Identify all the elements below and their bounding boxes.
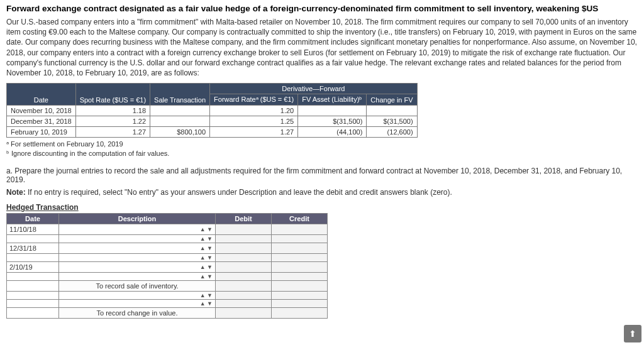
col-journal-debit: Debit bbox=[216, 214, 272, 224]
col-sale: Sale Transaction bbox=[150, 84, 210, 106]
journal-credit-input[interactable] bbox=[272, 300, 328, 308]
select-updown-icon: ▲ ▼ bbox=[200, 227, 213, 232]
journal-date-cell bbox=[7, 281, 59, 292]
journal-table: Date Description Debit Credit 11/10/18▲ … bbox=[6, 213, 328, 319]
section-hedged-transaction: Hedged Transaction bbox=[6, 203, 638, 212]
journal-desc-select[interactable]: ▲ ▼ bbox=[59, 243, 216, 254]
journal-table-body: 11/10/18▲ ▼▲ ▼12/31/18▲ ▼▲ ▼2/10/19▲ ▼▲ … bbox=[7, 224, 328, 319]
journal-date-cell bbox=[7, 308, 59, 319]
journal-date-cell bbox=[7, 300, 59, 308]
journal-desc-select[interactable]: ▲ ▼ bbox=[59, 254, 216, 262]
select-updown-icon: ▲ ▼ bbox=[200, 255, 213, 260]
journal-desc-select[interactable]: ▲ ▼ bbox=[59, 273, 216, 281]
table-row: To record change in value. bbox=[7, 308, 328, 319]
select-updown-icon: ▲ ▼ bbox=[200, 265, 213, 270]
journal-debit-input[interactable] bbox=[216, 235, 272, 243]
journal-date-cell: 12/31/18 bbox=[7, 243, 59, 254]
table-row: ▲ ▼ bbox=[7, 254, 328, 262]
journal-debit-input[interactable] bbox=[216, 292, 272, 300]
table-row: November 10, 20181.181.20 bbox=[7, 106, 418, 116]
col-change-fv: Change in FV bbox=[367, 94, 417, 106]
journal-date-cell: 2/10/19 bbox=[7, 262, 59, 273]
journal-date-cell bbox=[7, 292, 59, 300]
note-text: Note: If no entry is required, select "N… bbox=[6, 188, 638, 197]
question-a: a. Prepare the journal entries to record… bbox=[6, 167, 638, 184]
col-journal-date: Date bbox=[7, 214, 59, 224]
scenario-text: Our U.S.-based company enters into a "fi… bbox=[6, 17, 638, 78]
journal-desc-select[interactable]: ▲ ▼ bbox=[59, 262, 216, 273]
journal-desc-select[interactable]: ▲ ▼ bbox=[59, 300, 216, 308]
journal-desc-select[interactable]: ▲ ▼ bbox=[59, 235, 216, 243]
journal-debit-input bbox=[216, 308, 272, 319]
journal-desc-select[interactable]: ▲ ▼ bbox=[59, 292, 216, 300]
footnote-a: ᵃ For settlement on February 10, 2019 bbox=[6, 140, 638, 148]
journal-desc-select[interactable]: ▲ ▼ bbox=[59, 224, 216, 235]
journal-date-cell bbox=[7, 273, 59, 281]
journal-desc-static: To record sale of inventory. bbox=[59, 281, 216, 292]
journal-date-cell bbox=[7, 254, 59, 262]
journal-credit-input[interactable] bbox=[272, 235, 328, 243]
table-row: ▲ ▼ bbox=[7, 300, 328, 308]
journal-credit-input[interactable] bbox=[272, 243, 328, 254]
journal-debit-input[interactable] bbox=[216, 254, 272, 262]
journal-credit-input bbox=[272, 281, 328, 292]
select-updown-icon: ▲ ▼ bbox=[200, 246, 213, 251]
journal-desc-static: To record change in value. bbox=[59, 308, 216, 319]
col-fv: FV Asset (Liability)ᵇ bbox=[298, 94, 367, 106]
journal-debit-input[interactable] bbox=[216, 273, 272, 281]
table-row: 12/31/18▲ ▼ bbox=[7, 243, 328, 254]
journal-credit-input bbox=[272, 308, 328, 319]
table-row: ▲ ▼ bbox=[7, 273, 328, 281]
table-row: To record sale of inventory. bbox=[7, 281, 328, 292]
rates-table-body: November 10, 20181.181.20December 31, 20… bbox=[7, 106, 418, 138]
journal-debit-input[interactable] bbox=[216, 300, 272, 308]
col-journal-desc: Description bbox=[59, 214, 216, 224]
journal-credit-input[interactable] bbox=[272, 254, 328, 262]
journal-credit-input[interactable] bbox=[272, 224, 328, 235]
select-updown-icon: ▲ ▼ bbox=[200, 293, 213, 298]
table-row: December 31, 20181.221.25$(31,500)$(31,5… bbox=[7, 116, 418, 127]
journal-debit-input[interactable] bbox=[216, 262, 272, 273]
table-row: February 10, 20191.27$800,1001.27(44,100… bbox=[7, 127, 418, 138]
col-forward-rate: Forward Rateᵃ ($US = €1) bbox=[210, 94, 298, 106]
table-row: 2/10/19▲ ▼ bbox=[7, 262, 328, 273]
journal-date-cell: 11/10/18 bbox=[7, 224, 59, 235]
select-updown-icon: ▲ ▼ bbox=[200, 301, 213, 306]
table-row: 11/10/18▲ ▼ bbox=[7, 224, 328, 235]
journal-credit-input[interactable] bbox=[272, 273, 328, 281]
journal-debit-input bbox=[216, 281, 272, 292]
rates-table: Date Spot Rate ($US = €1) Sale Transacti… bbox=[6, 83, 418, 138]
col-date: Date bbox=[7, 84, 76, 106]
table-row: ▲ ▼ bbox=[7, 292, 328, 300]
journal-debit-input[interactable] bbox=[216, 243, 272, 254]
col-journal-credit: Credit bbox=[272, 214, 328, 224]
col-super-derivative: Derivative—Forward bbox=[210, 84, 418, 94]
select-updown-icon: ▲ ▼ bbox=[200, 236, 213, 241]
journal-credit-input[interactable] bbox=[272, 262, 328, 273]
page-title: Forward exchange contract designated as … bbox=[6, 4, 638, 13]
journal-date-cell bbox=[7, 235, 59, 243]
journal-credit-input[interactable] bbox=[272, 292, 328, 300]
select-updown-icon: ▲ ▼ bbox=[200, 274, 213, 279]
table-row: ▲ ▼ bbox=[7, 235, 328, 243]
journal-debit-input[interactable] bbox=[216, 224, 272, 235]
col-spot: Spot Rate ($US = €1) bbox=[75, 84, 150, 106]
footnote-b: ᵇ Ignore discounting in the computation … bbox=[6, 150, 638, 158]
